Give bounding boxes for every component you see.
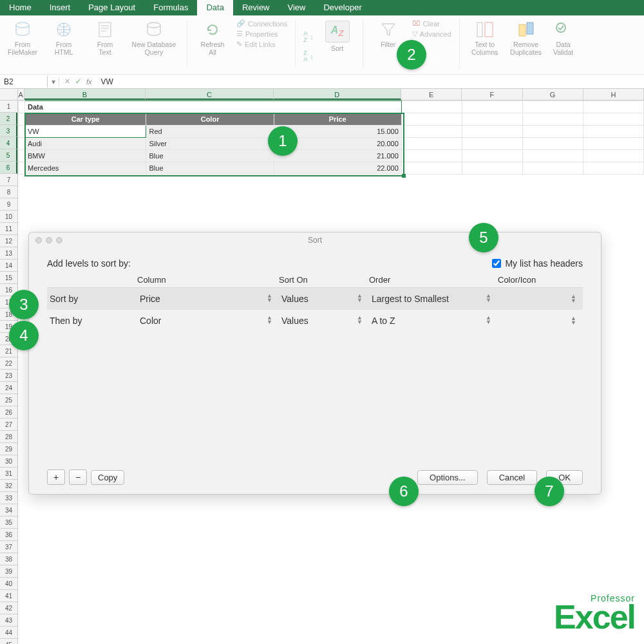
col-header-g[interactable]: G — [523, 89, 583, 100]
formula-input[interactable]: VW — [97, 77, 113, 86]
tab-view[interactable]: View — [279, 0, 315, 15]
sort-desc-button[interactable]: ZA↓ — [303, 50, 314, 62]
tab-insert[interactable]: Insert — [41, 0, 80, 15]
row-header-35[interactable]: 35 — [0, 516, 17, 529]
from-filemaker-button[interactable]: From FileMaker — [5, 19, 40, 73]
window-close-button[interactable] — [35, 237, 42, 243]
row-header-41[interactable]: 41 — [0, 590, 17, 602]
cell[interactable]: Mercedes — [24, 162, 146, 175]
row-header-29[interactable]: 29 — [0, 443, 17, 455]
sort-level-1[interactable]: Sort by Price▲▼ Values▲▼ Largest to Smal… — [47, 288, 583, 310]
from-text-button[interactable]: From Text — [88, 19, 122, 73]
row-header-32[interactable]: 32 — [0, 480, 17, 492]
cell[interactable]: Red — [146, 126, 274, 138]
row-header-12[interactable]: 12 — [0, 235, 17, 247]
confirm-formula-button[interactable]: ✓ — [75, 77, 81, 86]
chevron-icon[interactable]: ▲▼ — [357, 294, 369, 304]
window-zoom-button[interactable] — [56, 237, 62, 243]
from-html-button[interactable]: From HTML — [46, 19, 81, 73]
connections-button[interactable]: 🔗Connections — [236, 19, 287, 28]
sort-level-1-column[interactable]: Price — [140, 294, 160, 304]
row-header-10[interactable]: 10 — [0, 211, 17, 223]
col-header-a[interactable]: A — [18, 89, 24, 100]
name-box[interactable]: B2 — [0, 76, 48, 88]
refresh-all-button[interactable]: Refresh All — [195, 19, 230, 73]
row-header-26[interactable]: 26 — [0, 406, 17, 419]
remove-level-button[interactable]: − — [69, 469, 87, 485]
row-header-31[interactable]: 31 — [0, 468, 17, 480]
row-header-40[interactable]: 40 — [0, 578, 17, 590]
row-header-39[interactable]: 39 — [0, 565, 17, 578]
row-header-22[interactable]: 22 — [0, 357, 17, 370]
col-header-f[interactable]: F — [462, 89, 522, 100]
edit-links-button[interactable]: ✎Edit Links — [236, 40, 287, 48]
chevron-icon[interactable]: ▲▼ — [486, 294, 498, 304]
row-header-15[interactable]: 15 — [0, 272, 17, 284]
chevron-icon[interactable]: ▲▼ — [571, 294, 583, 303]
header-price[interactable]: Price — [274, 113, 401, 126]
cancel-button[interactable]: Cancel — [487, 470, 537, 485]
chevron-icon[interactable]: ▲▼ — [357, 316, 369, 326]
row-header-28[interactable]: 28 — [0, 431, 17, 443]
fx-button[interactable]: fx — [86, 78, 92, 86]
tab-home[interactable]: Home — [0, 0, 41, 15]
row-header-6[interactable]: 6 — [0, 162, 17, 174]
col-header-c[interactable]: C — [146, 89, 273, 100]
cell[interactable]: Silver — [146, 138, 274, 150]
sort-asc-button[interactable]: AZ↓ — [303, 30, 314, 43]
row-header-25[interactable]: 25 — [0, 394, 17, 406]
row-header-1[interactable]: 1 — [0, 100, 17, 113]
sort-level-2-order[interactable]: A to Z — [372, 316, 395, 326]
row-header-24[interactable]: 24 — [0, 382, 17, 394]
col-header-h[interactable]: H — [583, 89, 644, 100]
col-header-e[interactable]: E — [401, 89, 462, 100]
row-header-30[interactable]: 30 — [0, 455, 17, 468]
row-header-8[interactable]: 8 — [0, 186, 17, 198]
sort-button[interactable]: AZ Sort — [320, 19, 355, 73]
headers-checkbox[interactable]: My list has headers — [492, 258, 583, 269]
row-header-11[interactable]: 11 — [0, 223, 17, 235]
header-color[interactable]: Color — [146, 113, 274, 126]
row-header-9[interactable]: 9 — [0, 198, 17, 211]
tab-formulas[interactable]: Formulas — [144, 0, 197, 15]
select-all-corner[interactable] — [0, 89, 18, 100]
chevron-icon[interactable]: ▲▼ — [267, 294, 279, 304]
cell[interactable]: Blue — [146, 150, 274, 162]
col-header-b[interactable]: B — [24, 89, 146, 100]
sort-level-1-order[interactable]: Largest to Smallest — [372, 294, 449, 304]
row-header-43[interactable]: 43 — [0, 614, 17, 627]
sort-level-2[interactable]: Then by Color▲▼ Values▲▼ A to Z▲▼ ▲▼ — [47, 310, 583, 332]
sort-level-1-on[interactable]: Values — [281, 294, 308, 304]
cell[interactable]: BMW — [24, 150, 146, 162]
row-header-44[interactable]: 44 — [0, 627, 17, 639]
row-header-34[interactable]: 34 — [0, 504, 17, 516]
row-header-45[interactable]: 45 — [0, 639, 17, 644]
chevron-icon[interactable]: ▲▼ — [267, 316, 279, 326]
cell[interactable]: 22.000 — [274, 162, 401, 175]
row-header-14[interactable]: 14 — [0, 260, 17, 272]
data-title-cell[interactable]: Data — [24, 101, 401, 113]
row-header-42[interactable]: 42 — [0, 602, 17, 614]
tab-review[interactable]: Review — [233, 0, 279, 15]
cancel-formula-button[interactable]: ✕ — [64, 77, 70, 86]
row-header-2[interactable]: 2 — [0, 113, 17, 125]
row-header-7[interactable]: 7 — [0, 174, 17, 186]
remove-duplicates-button[interactable]: Remove Duplicates — [509, 19, 544, 73]
sort-level-2-column[interactable]: Color — [140, 316, 161, 326]
advanced-filter-button[interactable]: ▽Advanced — [412, 30, 451, 38]
row-header-33[interactable]: 33 — [0, 492, 17, 504]
data-validation-button[interactable]: Data Validat — [550, 19, 577, 73]
row-header-27[interactable]: 27 — [0, 419, 17, 431]
header-car-type[interactable]: Car type — [24, 113, 146, 126]
row-header-5[interactable]: 5 — [0, 149, 17, 162]
row-header-23[interactable]: 23 — [0, 370, 17, 382]
row-header-4[interactable]: 4 — [0, 137, 17, 149]
window-minimize-button[interactable] — [46, 237, 52, 243]
cell[interactable]: Audi — [24, 138, 146, 150]
row-header-38[interactable]: 38 — [0, 553, 17, 565]
selection-handle[interactable] — [402, 174, 406, 178]
row-header-37[interactable]: 37 — [0, 541, 17, 553]
chevron-icon[interactable]: ▲▼ — [486, 316, 498, 326]
tab-page-layout[interactable]: Page Layout — [79, 0, 144, 15]
tab-data[interactable]: Data — [197, 0, 232, 15]
